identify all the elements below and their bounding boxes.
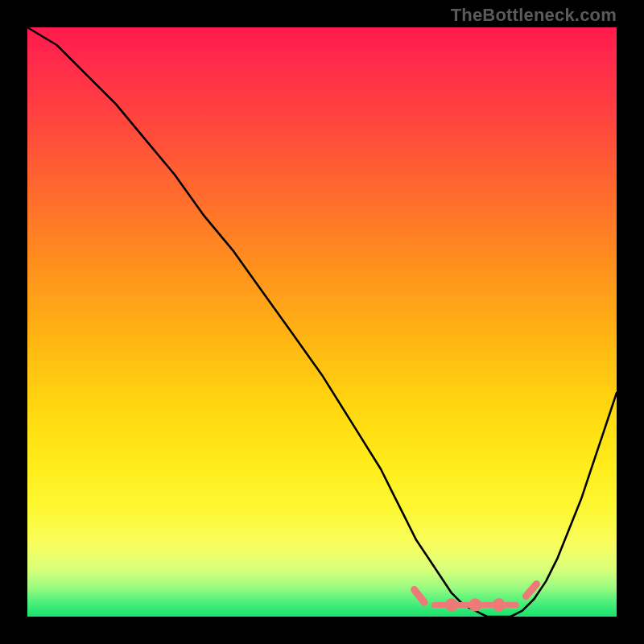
bottleneck-floor-markers [415, 584, 537, 609]
svg-point-5 [473, 602, 478, 608]
svg-point-7 [496, 602, 502, 608]
svg-point-3 [448, 602, 454, 608]
watermark-text: TheBottleneck.com [451, 5, 617, 26]
svg-line-1 [526, 584, 536, 597]
chart-svg [27, 27, 617, 617]
bottleneck-curve [27, 27, 617, 617]
chart-frame: TheBottleneck.com [0, 0, 644, 644]
svg-line-0 [415, 590, 424, 603]
